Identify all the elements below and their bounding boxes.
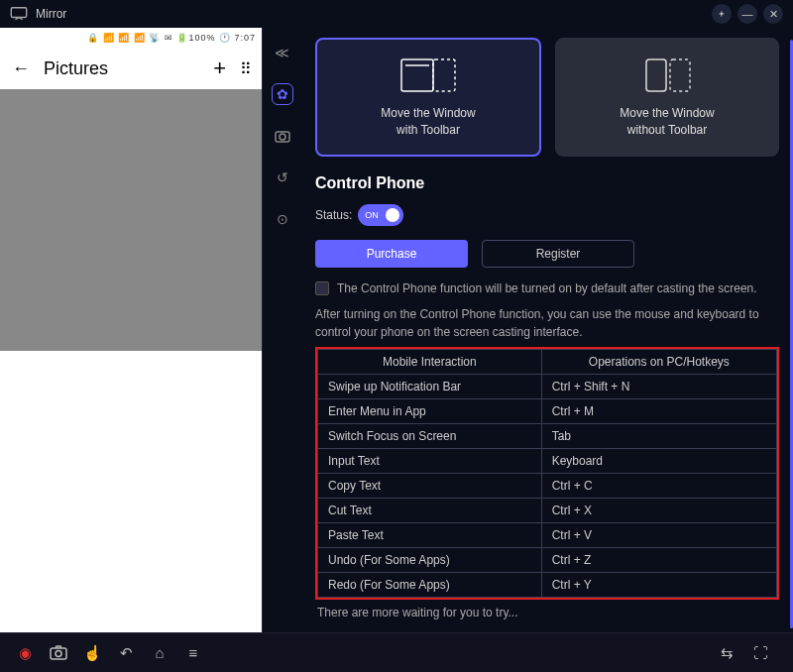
cell-mobile: Cut Text xyxy=(318,499,542,523)
svg-rect-4 xyxy=(433,59,455,91)
photo-thumb[interactable] xyxy=(131,89,196,155)
settings-icon[interactable]: ✿ xyxy=(272,83,293,105)
svg-point-9 xyxy=(56,651,61,657)
undo-button[interactable]: ↶ xyxy=(113,640,139,666)
photo-thumb[interactable] xyxy=(131,285,196,351)
back-arrow-icon[interactable]: ← xyxy=(12,58,30,79)
cell-mobile: Paste Text xyxy=(318,523,542,548)
pictures-title: Pictures xyxy=(44,58,108,79)
card-move-with-toolbar[interactable]: Move the Windowwith Toolbar xyxy=(315,38,541,157)
cell-hotkey: Ctrl + V xyxy=(541,523,776,548)
window-toolbar-icon xyxy=(394,56,463,95)
phone-mirror-pane: 🔒 📶 📶 📶 📡 ✉ 🔋100% 🕐 7:07 ← Pictures + ⠿ xyxy=(0,28,262,632)
svg-point-2 xyxy=(280,134,285,140)
menu-button[interactable]: ≡ xyxy=(180,640,206,666)
add-icon[interactable]: + xyxy=(213,56,226,81)
settings-panel: Move the Windowwith Toolbar Move the Win… xyxy=(301,28,793,632)
col-pc: Operations on PC/Hotkeys xyxy=(541,350,776,375)
table-row: Switch Focus on ScreenTab xyxy=(318,424,777,449)
cast-icon xyxy=(10,7,28,21)
card-label: Move the Window xyxy=(381,106,475,120)
photo-thumb[interactable] xyxy=(196,285,262,351)
photo-gallery[interactable] xyxy=(0,89,262,632)
settings-toggle-button[interactable]: ⇆ xyxy=(714,640,739,666)
purchase-button[interactable]: Purchase xyxy=(315,240,468,268)
status-label: Status: xyxy=(315,208,352,222)
photo-thumb[interactable] xyxy=(131,155,196,220)
table-row: Cut TextCtrl + X xyxy=(318,499,777,523)
toggle-knob xyxy=(386,208,399,222)
cell-hotkey: Ctrl + C xyxy=(541,474,776,499)
table-row: Paste TextCtrl + V xyxy=(318,523,777,548)
record-button[interactable]: ◉ xyxy=(12,640,38,666)
photo-thumb[interactable] xyxy=(65,155,131,220)
card-label: with Toolbar xyxy=(396,123,460,137)
fullscreen-button[interactable]: ⛶ xyxy=(747,640,773,666)
touch-button[interactable]: ☝ xyxy=(79,640,105,666)
photo-thumb[interactable] xyxy=(196,155,262,220)
table-row: Swipe up Notification BarCtrl + Shift + … xyxy=(318,375,777,399)
table-row: Copy TextCtrl + C xyxy=(318,474,777,499)
photo-thumb[interactable] xyxy=(0,220,65,285)
hotkeys-table: Mobile Interaction Operations on PC/Hotk… xyxy=(315,347,779,600)
photo-thumb[interactable] xyxy=(65,220,131,285)
cell-hotkey: Ctrl + X xyxy=(541,499,776,523)
photo-thumb[interactable] xyxy=(0,155,65,220)
svg-rect-0 xyxy=(11,8,26,18)
home-button[interactable]: ⌂ xyxy=(147,640,172,666)
pin-button[interactable] xyxy=(712,4,732,24)
cell-hotkey: Ctrl + M xyxy=(541,399,776,424)
titlebar: Mirror — ✕ xyxy=(0,0,793,28)
card-label: Move the Window xyxy=(620,106,714,120)
screenshot-button[interactable] xyxy=(46,640,71,666)
cell-hotkey: Ctrl + Y xyxy=(541,573,776,598)
svg-rect-6 xyxy=(646,59,666,91)
cell-mobile: Switch Focus on Screen xyxy=(318,424,542,449)
table-row: Undo (For Some Apps)Ctrl + Z xyxy=(318,548,777,573)
phone-status-bar: 🔒 📶 📶 📶 📡 ✉ 🔋100% 🕐 7:07 xyxy=(0,28,262,48)
more-text: There are more waiting for you to try... xyxy=(315,600,779,625)
col-mobile: Mobile Interaction xyxy=(318,350,542,375)
card-move-without-toolbar[interactable]: Move the Windowwithout Toolbar xyxy=(555,38,779,157)
svg-rect-3 xyxy=(401,59,433,91)
target-icon[interactable]: ⊙ xyxy=(272,208,293,230)
camera-icon[interactable] xyxy=(272,125,293,147)
cell-mobile: Swipe up Notification Bar xyxy=(318,375,542,399)
toggle-on-label: ON xyxy=(365,210,379,220)
card-label: without Toolbar xyxy=(627,123,708,137)
phone-status-icons: 🔒 📶 📶 📶 📡 ✉ 🔋100% 🕐 7:07 xyxy=(87,33,256,43)
cell-mobile: Input Text xyxy=(318,449,542,474)
cell-mobile: Enter Menu in App xyxy=(318,399,542,424)
photo-thumb[interactable] xyxy=(0,89,65,155)
photo-thumb[interactable] xyxy=(0,285,65,351)
bottom-toolbar: ◉ ☝ ↶ ⌂ ≡ ⇆ ⛶ xyxy=(0,632,793,672)
svg-rect-8 xyxy=(51,648,66,659)
minimize-button[interactable]: — xyxy=(737,4,757,24)
close-button[interactable]: ✕ xyxy=(763,4,783,24)
cell-mobile: Copy Text xyxy=(318,474,542,499)
photo-thumb[interactable] xyxy=(65,285,131,351)
photo-thumb[interactable] xyxy=(196,89,262,155)
app-title: Mirror xyxy=(36,7,66,21)
expand-icon[interactable]: ⠿ xyxy=(240,59,250,78)
table-row: Input TextKeyboard xyxy=(318,449,777,474)
photo-thumb[interactable] xyxy=(65,89,131,155)
cell-hotkey: Tab xyxy=(541,424,776,449)
window-plain-icon xyxy=(632,56,702,95)
cell-mobile: Undo (For Some Apps) xyxy=(318,548,542,573)
cell-hotkey: Ctrl + Shift + N xyxy=(541,375,776,399)
history-icon[interactable]: ↺ xyxy=(272,167,293,188)
side-rail: ≪ ✿ ↺ ⊙ xyxy=(262,28,301,632)
description-text: After turning on the Control Phone funct… xyxy=(315,305,779,341)
default-on-checkbox[interactable] xyxy=(315,281,329,295)
register-button[interactable]: Register xyxy=(482,240,634,268)
photo-thumb[interactable] xyxy=(196,220,262,285)
checkbox-label: The Control Phone function will be turne… xyxy=(337,281,757,295)
svg-rect-7 xyxy=(670,59,690,91)
table-row: Enter Menu in AppCtrl + M xyxy=(318,399,777,424)
status-toggle[interactable]: ON xyxy=(358,204,403,226)
cell-hotkey: Keyboard xyxy=(541,449,776,474)
collapse-icon[interactable]: ≪ xyxy=(272,42,293,63)
photo-thumb[interactable] xyxy=(131,220,196,285)
pictures-header: ← Pictures + ⠿ xyxy=(0,48,262,89)
